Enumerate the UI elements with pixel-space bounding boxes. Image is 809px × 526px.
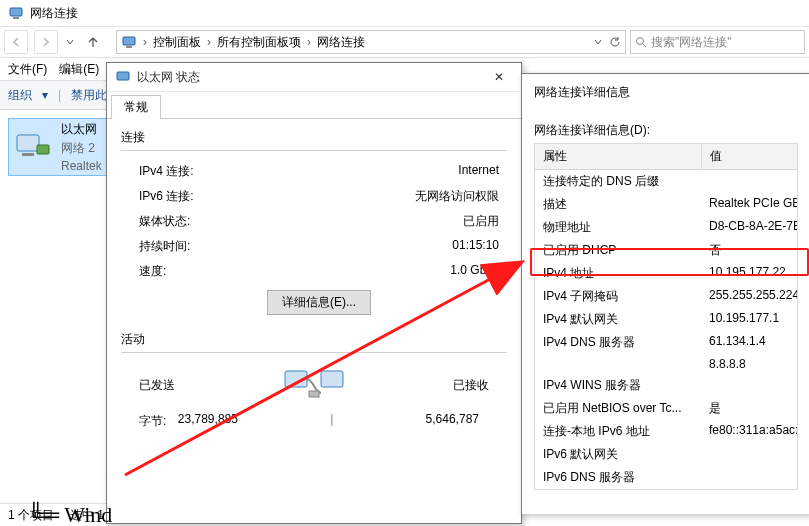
table-row[interactable]: IPv4 WINS 服务器 xyxy=(535,374,797,397)
chevron-down-icon[interactable]: ▾ xyxy=(42,88,48,102)
breadcrumb-item[interactable]: 所有控制面板项 xyxy=(217,34,301,51)
media-state-label: 媒体状态: xyxy=(139,213,190,230)
cell-value: 10.195.177.1 xyxy=(701,308,797,331)
close-button[interactable]: ✕ xyxy=(485,67,513,87)
sent-label: 已发送 xyxy=(139,377,175,394)
ipv6-conn-label: IPv6 连接: xyxy=(139,188,194,205)
menu-edit[interactable]: 编辑(E) xyxy=(59,61,99,78)
breadcrumb-item[interactable]: 控制面板 xyxy=(153,34,201,51)
breadcrumb-item[interactable]: 网络连接 xyxy=(317,34,365,51)
network-icon xyxy=(121,34,137,50)
table-row[interactable]: IPv4 地址10.195.177.22 xyxy=(535,262,797,285)
organize-button[interactable]: 组织 xyxy=(8,87,32,104)
background-text-fragment: ╚═ Wind xyxy=(28,502,112,526)
search-placeholder: 搜索"网络连接" xyxy=(651,34,732,51)
network-icon xyxy=(115,69,131,85)
svg-rect-15 xyxy=(321,371,343,387)
duration-value: 01:15:10 xyxy=(452,238,499,255)
group-title-activity: 活动 xyxy=(121,331,507,352)
table-row[interactable]: 已启用 DHCP否 xyxy=(535,239,797,262)
search-input[interactable]: 搜索"网络连接" xyxy=(630,30,805,54)
ipv4-conn-value: Internet xyxy=(458,163,499,180)
cell-property: 连接特定的 DNS 后缀 xyxy=(535,170,701,193)
network-icon xyxy=(8,5,24,21)
tab-header: 常规 xyxy=(107,92,521,119)
table-row[interactable]: 物理地址D8-CB-8A-2E-7B-DI xyxy=(535,216,797,239)
cell-property: IPv6 DNS 服务器 xyxy=(535,466,701,489)
bytes-label: 字节: xyxy=(139,413,166,430)
table-row[interactable]: IPv4 子网掩码255.255.255.224 xyxy=(535,285,797,308)
cell-property: 已启用 DHCP xyxy=(535,239,701,262)
chevron-right-icon: › xyxy=(143,35,147,49)
cell-property: IPv4 DNS 服务器 xyxy=(535,331,701,354)
cell-value: 是 xyxy=(701,397,797,420)
cell-value: 8.8.8.8 xyxy=(701,354,797,374)
svg-rect-16 xyxy=(309,391,319,397)
svg-point-4 xyxy=(637,38,644,45)
history-dropdown[interactable] xyxy=(64,38,76,46)
menu-file[interactable]: 文件(F) xyxy=(8,61,47,78)
cell-value: Realtek PCIe GBE F xyxy=(701,193,797,216)
table-row[interactable]: IPv6 DNS 服务器 xyxy=(535,466,797,489)
window-title: 网络连接 xyxy=(30,5,78,22)
chevron-right-icon: › xyxy=(207,35,211,49)
dialog-titlebar[interactable]: 以太网 状态 ✕ xyxy=(107,63,521,92)
cell-value: D8-CB-8A-2E-7B-DI xyxy=(701,216,797,239)
cell-property: IPv4 默认网关 xyxy=(535,308,701,331)
table-row[interactable]: 连接特定的 DNS 后缀 xyxy=(535,170,797,193)
col-property[interactable]: 属性 xyxy=(535,144,702,169)
dialog-title: 以太网 状态 xyxy=(137,69,200,86)
cell-value: fe80::311a:a5ac:762 xyxy=(701,420,797,443)
chevron-down-icon[interactable] xyxy=(593,37,603,47)
details-list-label: 网络连接详细信息(D): xyxy=(522,122,809,143)
table-row[interactable]: 描述Realtek PCIe GBE F xyxy=(535,193,797,216)
details-button[interactable]: 详细信息(E)... xyxy=(267,290,371,315)
dialog-title: 网络连接详细信息 xyxy=(522,74,809,110)
cell-value: 10.195.177.22 xyxy=(701,262,797,285)
cell-value xyxy=(701,466,797,489)
cell-property: IPv6 默认网关 xyxy=(535,443,701,466)
up-button[interactable] xyxy=(82,31,104,53)
table-row[interactable]: 8.8.8.8 xyxy=(535,354,797,374)
refresh-icon[interactable] xyxy=(609,36,621,48)
activity-group: 活动 已发送 已接收 字节: xyxy=(121,331,507,430)
forward-button[interactable] xyxy=(34,30,58,54)
svg-rect-1 xyxy=(13,17,19,19)
speed-label: 速度: xyxy=(139,263,166,280)
svg-rect-3 xyxy=(126,46,132,48)
col-value[interactable]: 值 xyxy=(702,144,797,169)
group-title-connection: 连接 xyxy=(121,129,507,150)
table-row[interactable]: IPv4 默认网关10.195.177.1 xyxy=(535,308,797,331)
network-details-dialog: 网络连接详细信息 网络连接详细信息(D): 属性 值 连接特定的 DNS 后缀描… xyxy=(521,73,809,514)
duration-label: 持续时间: xyxy=(139,238,190,255)
cell-property xyxy=(535,354,701,374)
cell-value xyxy=(701,374,797,397)
svg-line-5 xyxy=(643,44,646,47)
svg-rect-13 xyxy=(117,72,129,80)
recv-label: 已接收 xyxy=(453,377,489,394)
details-table: 属性 值 连接特定的 DNS 后缀描述Realtek PCIe GBE F物理地… xyxy=(534,143,798,490)
search-icon xyxy=(635,36,647,48)
connection-group: 连接 IPv4 连接:Internet IPv6 连接:无网络访问权限 媒体状态… xyxy=(121,129,507,321)
ipv6-conn-value: 无网络访问权限 xyxy=(415,188,499,205)
tab-general[interactable]: 常规 xyxy=(111,95,161,119)
cell-property: 物理地址 xyxy=(535,216,701,239)
back-button[interactable] xyxy=(4,30,28,54)
table-row[interactable]: IPv6 默认网关 xyxy=(535,443,797,466)
breadcrumb[interactable]: › 控制面板 › 所有控制面板项 › 网络连接 xyxy=(116,30,626,54)
svg-rect-2 xyxy=(123,37,135,45)
cell-value xyxy=(701,170,797,193)
table-row[interactable]: 连接-本地 IPv6 地址fe80::311a:a5ac:762 xyxy=(535,420,797,443)
svg-rect-14 xyxy=(285,371,307,387)
adapter-icon xyxy=(13,127,53,167)
table-row[interactable]: 已启用 NetBIOS over Tc...是 xyxy=(535,397,797,420)
table-row[interactable]: IPv4 DNS 服务器61.134.1.4 xyxy=(535,331,797,354)
cell-property: 连接-本地 IPv6 地址 xyxy=(535,420,701,443)
cell-property: IPv4 WINS 服务器 xyxy=(535,374,701,397)
cell-property: 描述 xyxy=(535,193,701,216)
activity-icon xyxy=(279,367,349,403)
disable-button[interactable]: 禁用此 xyxy=(71,87,107,104)
speed-value: 1.0 Gbps xyxy=(450,263,499,280)
ethernet-status-dialog: 以太网 状态 ✕ 常规 连接 IPv4 连接:Internet IPv6 连接:… xyxy=(106,62,522,524)
cell-value: 61.134.1.4 xyxy=(701,331,797,354)
